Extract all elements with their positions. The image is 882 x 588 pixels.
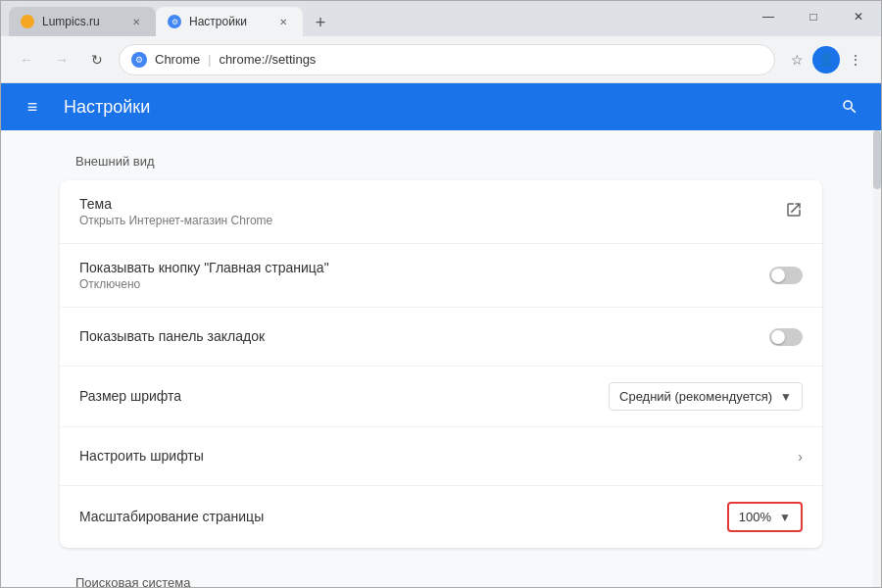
settings-content[interactable]: Внешний вид Тема Открыть Интернет-магази… (1, 130, 881, 587)
minimize-button[interactable]: — (746, 1, 791, 32)
page-zoom-control[interactable]: 100% ▼ (727, 502, 803, 532)
page-zoom-select[interactable]: 100% ▼ (727, 502, 803, 532)
bookmark-button[interactable]: ☆ (783, 46, 810, 74)
bookmarks-bar-control[interactable] (769, 328, 803, 346)
font-size-row[interactable]: Размер шрифта Средний (рекомендуется) ▼ (60, 367, 822, 427)
font-size-text: Размер шрифта (79, 388, 609, 406)
menu-button[interactable]: ⋮ (842, 46, 869, 74)
close-button[interactable]: ✕ (836, 1, 881, 32)
customize-fonts-row[interactable]: Настроить шрифты › (60, 427, 822, 486)
tab-close-lumpics[interactable]: ✕ (128, 14, 144, 29)
new-tab-button[interactable]: + (307, 9, 334, 36)
font-size-value: Средний (рекомендуется) (619, 389, 772, 404)
titlebar: Lumpics.ru ✕ ⚙ Настройки ✕ + — □ ✕ (1, 1, 881, 36)
external-link-icon (785, 201, 803, 222)
tab-bar: Lumpics.ru ✕ ⚙ Настройки ✕ + (9, 1, 334, 36)
omnibox-favicon: ⚙ (131, 52, 147, 68)
settings-title: Настройки (64, 97, 818, 118)
chrome-label: Chrome (155, 52, 200, 67)
settings-scroll: Внешний вид Тема Открыть Интернет-магази… (1, 130, 881, 587)
font-size-control[interactable]: Средний (рекомендуется) ▼ (609, 382, 803, 411)
open-external-icon (785, 201, 803, 219)
scrollbar-track[interactable] (873, 130, 881, 587)
app-header: ≡ Настройки (1, 83, 881, 130)
customize-fonts-arrow: › (798, 449, 803, 465)
window-controls: — □ ✕ (746, 1, 881, 32)
font-size-chevron: ▼ (780, 390, 792, 404)
font-size-label: Размер шрифта (79, 388, 609, 404)
theme-control[interactable] (785, 201, 803, 222)
hamburger-button[interactable]: ≡ (17, 91, 48, 122)
omnibox[interactable]: ⚙ Chrome | chrome://settings (119, 44, 775, 75)
page-zoom-row[interactable]: Масштабирование страницы 100% ▼ (60, 486, 822, 548)
browser-window: Lumpics.ru ✕ ⚙ Настройки ✕ + — □ ✕ ← → ↻… (0, 0, 882, 588)
tab-settings[interactable]: ⚙ Настройки ✕ (156, 7, 303, 36)
tab-lumpics[interactable]: Lumpics.ru ✕ (9, 7, 156, 36)
bookmarks-bar-label: Показывать панель закладок (79, 328, 769, 344)
back-button[interactable]: ← (13, 46, 40, 74)
scrollbar-thumb[interactable] (873, 130, 881, 189)
home-button-control[interactable] (769, 267, 803, 284)
home-button-row[interactable]: Показывать кнопку "Главная страница" Отк… (60, 244, 822, 308)
forward-button[interactable]: → (48, 46, 75, 74)
page-zoom-label: Масштабирование страницы (79, 509, 727, 524)
omnibox-url: chrome://settings (219, 52, 316, 67)
theme-desc: Открыть Интернет-магазин Chrome (79, 214, 785, 227)
page-zoom-value: 100% (739, 510, 771, 524)
maximize-button[interactable]: □ (791, 1, 836, 32)
customize-fonts-text: Настроить шрифты (79, 448, 798, 466)
page-zoom-text: Масштабирование страницы (79, 509, 727, 526)
tab-favicon-lumpics (21, 15, 34, 28)
tab-close-settings[interactable]: ✕ (275, 14, 291, 29)
theme-row[interactable]: Тема Открыть Интернет-магазин Chrome (60, 180, 822, 244)
bookmarks-bar-text: Показывать панель закладок (79, 328, 769, 346)
tab-label-settings: Настройки (189, 15, 268, 28)
search-button[interactable] (834, 91, 865, 122)
customize-fonts-control[interactable]: › (798, 449, 803, 465)
tab-favicon-settings: ⚙ (168, 15, 181, 28)
font-size-select[interactable]: Средний (рекомендуется) ▼ (609, 382, 803, 411)
customize-fonts-label: Настроить шрифты (79, 448, 798, 464)
bookmarks-bar-toggle[interactable] (769, 328, 803, 346)
page-zoom-chevron: ▼ (779, 511, 791, 524)
home-button-text: Показывать кнопку "Главная страница" Отк… (79, 260, 769, 291)
home-button-toggle[interactable] (769, 267, 803, 284)
search-icon (841, 98, 858, 116)
theme-label: Тема (79, 196, 785, 212)
theme-text: Тема Открыть Интернет-магазин Chrome (79, 196, 785, 227)
search-engine-title: Поисковая система (60, 571, 822, 587)
appearance-card: Тема Открыть Интернет-магазин Chrome (60, 180, 822, 548)
section-appearance-title: Внешний вид (60, 154, 822, 169)
addressbar: ← → ↻ ⚙ Chrome | chrome://settings ☆ 👤 ⋮ (1, 36, 881, 83)
home-button-desc: Отключено (79, 277, 769, 291)
bookmarks-bar-row[interactable]: Показывать панель закладок (60, 308, 822, 367)
toolbar-actions: ☆ 👤 ⋮ (783, 46, 869, 74)
tab-label-lumpics: Lumpics.ru (42, 15, 121, 28)
omnibox-separator: | (208, 53, 211, 67)
profile-button[interactable]: 👤 (812, 46, 840, 74)
search-section: Поисковая система (60, 571, 822, 587)
reload-button[interactable]: ↻ (83, 46, 111, 74)
omnibox-chrome-label: Chrome (155, 52, 200, 67)
home-button-label: Показывать кнопку "Главная страница" (79, 260, 769, 275)
